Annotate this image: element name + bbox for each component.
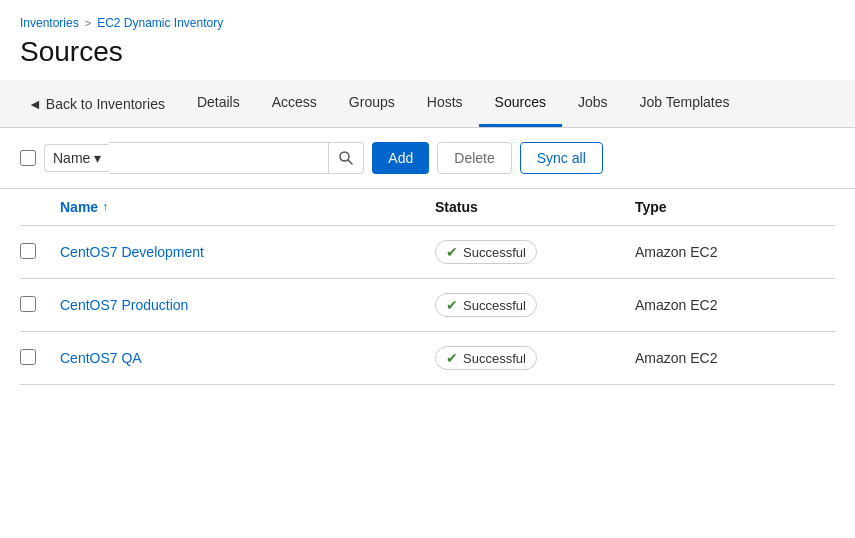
- tab-access[interactable]: Access: [256, 80, 333, 127]
- table-row: CentOS7 Production ✔ Successful Amazon E…: [20, 279, 835, 332]
- chevron-down-icon: ▾: [94, 150, 101, 166]
- filter-label: Name: [53, 150, 90, 166]
- header-checkbox-col: [20, 199, 60, 215]
- page-header: Inventories > EC2 Dynamic Inventory Sour…: [0, 0, 855, 80]
- header-status-col: Status: [435, 199, 635, 215]
- svg-line-1: [348, 160, 352, 164]
- row-1-type-col: Amazon EC2: [635, 244, 835, 260]
- row-1-name-link[interactable]: CentOS7 Development: [60, 244, 204, 260]
- row-checkbox-col: [20, 243, 60, 262]
- delete-button[interactable]: Delete: [437, 142, 511, 174]
- tab-job-templates[interactable]: Job Templates: [624, 80, 746, 127]
- row-3-status-badge: ✔ Successful: [435, 346, 537, 370]
- search-icon: [339, 151, 353, 165]
- row-1-status-col: ✔ Successful: [435, 240, 635, 264]
- row-2-status-label: Successful: [463, 298, 526, 313]
- tab-groups[interactable]: Groups: [333, 80, 411, 127]
- breadcrumb-current: EC2 Dynamic Inventory: [97, 16, 223, 30]
- tab-sources[interactable]: Sources: [479, 80, 562, 127]
- row-3-status-col: ✔ Successful: [435, 346, 635, 370]
- header-type-col: Type: [635, 199, 835, 215]
- table-container: Name ↑ Status Type CentOS7 Development ✔…: [0, 189, 855, 385]
- tab-bar: ◄ Back to Inventories Details Access Gro…: [0, 80, 855, 128]
- tab-hosts[interactable]: Hosts: [411, 80, 479, 127]
- row-3-type-col: Amazon EC2: [635, 350, 835, 366]
- sort-asc-icon: ↑: [102, 200, 108, 214]
- tab-details[interactable]: Details: [181, 80, 256, 127]
- breadcrumb: Inventories > EC2 Dynamic Inventory: [20, 16, 835, 30]
- row-checkbox-col: [20, 349, 60, 368]
- success-icon: ✔: [446, 350, 458, 366]
- row-3-checkbox[interactable]: [20, 349, 36, 365]
- search-input[interactable]: [109, 142, 329, 174]
- row-1-checkbox[interactable]: [20, 243, 36, 259]
- row-2-status-badge: ✔ Successful: [435, 293, 537, 317]
- row-1-name-col: CentOS7 Development: [60, 244, 435, 260]
- header-name-label: Name: [60, 199, 98, 215]
- search-button[interactable]: [329, 142, 364, 174]
- breadcrumb-separator: >: [85, 17, 91, 29]
- row-2-status-col: ✔ Successful: [435, 293, 635, 317]
- row-2-checkbox[interactable]: [20, 296, 36, 312]
- table-row: CentOS7 Development ✔ Successful Amazon …: [20, 226, 835, 279]
- row-checkbox-col: [20, 296, 60, 315]
- back-arrow-icon: ◄: [28, 96, 42, 112]
- row-2-type-col: Amazon EC2: [635, 297, 835, 313]
- breadcrumb-inventories[interactable]: Inventories: [20, 16, 79, 30]
- select-all-checkbox[interactable]: [20, 150, 36, 166]
- tab-jobs[interactable]: Jobs: [562, 80, 624, 127]
- table-header: Name ↑ Status Type: [20, 189, 835, 226]
- page-title: Sources: [20, 36, 835, 68]
- row-3-status-label: Successful: [463, 351, 526, 366]
- row-2-name-link[interactable]: CentOS7 Production: [60, 297, 188, 313]
- search-wrapper: Name ▾: [44, 142, 364, 174]
- success-icon: ✔: [446, 244, 458, 260]
- filter-dropdown[interactable]: Name ▾: [44, 144, 109, 172]
- toolbar: Name ▾ Add Delete Sync all: [0, 128, 855, 189]
- sync-all-button[interactable]: Sync all: [520, 142, 603, 174]
- success-icon: ✔: [446, 297, 458, 313]
- row-1-status-badge: ✔ Successful: [435, 240, 537, 264]
- table-row: CentOS7 QA ✔ Successful Amazon EC2: [20, 332, 835, 385]
- row-1-status-label: Successful: [463, 245, 526, 260]
- tab-back-to-inventories[interactable]: ◄ Back to Inventories: [12, 80, 181, 127]
- row-3-name-link[interactable]: CentOS7 QA: [60, 350, 142, 366]
- header-name-col[interactable]: Name ↑: [60, 199, 435, 215]
- row-3-name-col: CentOS7 QA: [60, 350, 435, 366]
- row-2-name-col: CentOS7 Production: [60, 297, 435, 313]
- back-label: Back to Inventories: [46, 96, 165, 112]
- add-button[interactable]: Add: [372, 142, 429, 174]
